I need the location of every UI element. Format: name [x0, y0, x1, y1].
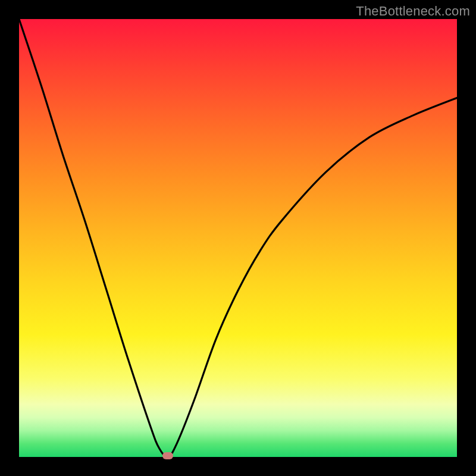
plot-area: [19, 19, 457, 457]
chart-frame: TheBottleneck.com: [0, 0, 476, 476]
watermark-text: TheBottleneck.com: [356, 4, 470, 19]
bottleneck-curve: [19, 19, 457, 457]
optimal-marker: [162, 452, 173, 459]
curve-path: [19, 19, 457, 457]
